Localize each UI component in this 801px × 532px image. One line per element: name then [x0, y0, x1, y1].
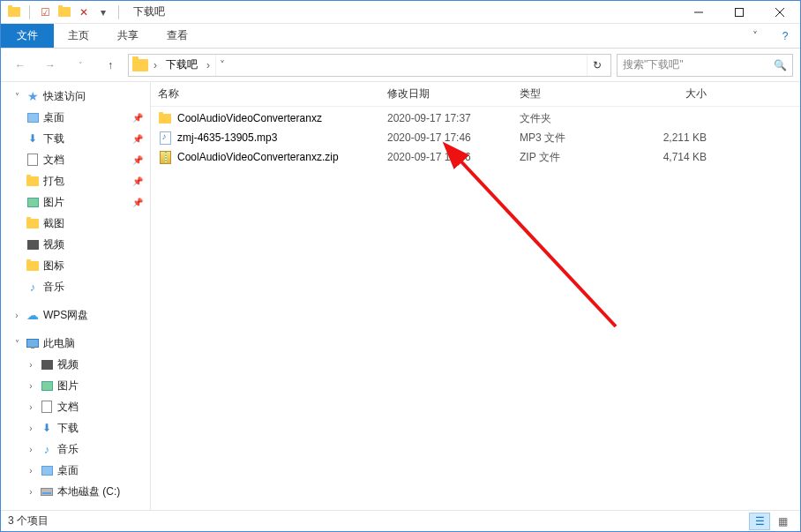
chevron-right-icon[interactable]: ›	[26, 423, 36, 433]
search-placeholder: 搜索"下载吧"	[623, 57, 684, 72]
qat-dropdown-icon[interactable]: ▾	[95, 4, 111, 20]
file-row[interactable]: CoolAudioVideoConverteranxz 2020-09-17 1…	[151, 109, 800, 128]
sidebar-item[interactable]: › ⬇ 下载	[1, 417, 150, 438]
chevron-right-icon[interactable]: ›	[150, 59, 161, 71]
back-button[interactable]: ←	[8, 53, 33, 78]
sidebar-item[interactable]: 图片 📌	[1, 191, 150, 213]
svg-rect-1	[736, 8, 744, 16]
column-name[interactable]: 名称	[158, 86, 387, 101]
chevron-right-icon[interactable]: ›	[26, 466, 36, 476]
down-icon: ⬇	[26, 131, 40, 146]
ribbon-collapse-icon[interactable]: ˅	[740, 24, 770, 48]
file-name: zmj-4635-13905.mp3	[177, 131, 387, 144]
mp3-icon	[158, 131, 172, 145]
help-icon[interactable]: ?	[770, 24, 800, 48]
annotation-arrow-icon	[439, 141, 633, 335]
column-size[interactable]: 大小	[625, 86, 722, 101]
new-folder-icon[interactable]	[56, 4, 72, 20]
pic-icon	[26, 195, 40, 209]
recent-locations-button[interactable]: ˅	[68, 53, 93, 78]
desktop-icon	[40, 463, 54, 477]
navigation-pane[interactable]: ˅ ★ 快速访问 桌面 📌⬇ 下载 📌 文档 📌 打包 📌 图片 📌 截图 视频…	[1, 82, 151, 510]
chevron-down-icon[interactable]: ˅	[11, 339, 22, 348]
file-tab[interactable]: 文件	[1, 24, 54, 48]
sidebar-item-label: 音乐	[57, 442, 79, 457]
chevron-down-icon[interactable]: ˅	[11, 92, 22, 101]
file-name: CoolAudioVideoConverteranxz	[177, 112, 387, 124]
sidebar-wps[interactable]: › ☁ WPS网盘	[1, 304, 150, 326]
sidebar-item[interactable]: 桌面 📌	[1, 107, 150, 128]
sidebar-quick-access[interactable]: ˅ ★ 快速访问	[1, 86, 150, 107]
forward-button[interactable]: →	[38, 53, 63, 78]
monitor-icon	[26, 336, 40, 350]
sidebar-item[interactable]: ⬇ 下载 📌	[1, 128, 150, 149]
chevron-right-icon[interactable]: ›	[26, 402, 36, 412]
folder-icon	[132, 59, 148, 71]
file-size: 2,211 KB	[625, 131, 722, 144]
down-icon: ⬇	[40, 421, 54, 435]
sidebar-item[interactable]: ♪ 音乐	[1, 276, 150, 297]
tab-share[interactable]: 共享	[103, 24, 153, 48]
column-headers[interactable]: 名称 修改日期 类型 大小	[151, 82, 800, 107]
sidebar-item[interactable]: › 视频	[1, 354, 150, 375]
search-icon[interactable]: 🔍	[774, 59, 787, 71]
pin-icon: 📌	[132, 134, 143, 144]
tab-view[interactable]: 查看	[153, 24, 202, 48]
folder-icon	[26, 174, 40, 188]
sidebar-item[interactable]: › ♪ 音乐	[1, 438, 150, 460]
file-rows: CoolAudioVideoConverteranxz 2020-09-17 1…	[151, 107, 800, 510]
sidebar-item[interactable]: › 桌面	[1, 460, 150, 481]
title-bar: ☑ ✕ ▾ 下载吧	[1, 1, 800, 24]
folder-icon	[26, 216, 40, 230]
search-input[interactable]: 搜索"下载吧" 🔍	[617, 54, 793, 77]
address-bar[interactable]: › 下载吧 › ˅ ↻	[128, 54, 611, 77]
column-type[interactable]: 类型	[520, 86, 625, 101]
delete-icon[interactable]: ✕	[76, 4, 92, 20]
thumbnails-view-button[interactable]: ▦	[772, 513, 793, 530]
details-view-button[interactable]: ☰	[749, 513, 770, 530]
breadcrumb-segment[interactable]: 下载吧	[162, 57, 201, 72]
sidebar-item[interactable]: › 图片	[1, 375, 150, 396]
sidebar-item-label: 桌面	[57, 463, 79, 478]
sidebar-item[interactable]: 文档 📌	[1, 149, 150, 170]
star-icon: ★	[26, 89, 40, 103]
sidebar-item-label: 下载	[57, 421, 79, 436]
chevron-right-icon[interactable]: ›	[203, 59, 213, 71]
sidebar-this-pc[interactable]: ˅ 此电脑	[1, 333, 150, 354]
sidebar-item-label: 本地磁盘 (C:)	[57, 484, 120, 499]
sidebar-item-label: 下载	[43, 131, 64, 146]
chevron-right-icon[interactable]: ›	[11, 311, 22, 320]
pin-icon: 📌	[132, 198, 143, 207]
up-button[interactable]: ↑	[98, 53, 123, 78]
sidebar-item[interactable]: 打包 📌	[1, 170, 150, 191]
sidebar-item[interactable]: 截图	[1, 213, 150, 234]
item-count-label: 3 个项目	[8, 513, 49, 528]
minimize-button[interactable]	[678, 1, 719, 24]
sidebar-item[interactable]: 视频	[1, 234, 150, 255]
pin-icon: 📌	[132, 113, 143, 123]
file-name: CoolAudioVideoConverteranxz.zip	[177, 151, 387, 163]
sidebar-item[interactable]: › 文档	[1, 396, 150, 417]
sidebar-item[interactable]: 图标	[1, 255, 150, 276]
file-row[interactable]: CoolAudioVideoConverteranxz.zip 2020-09-…	[151, 147, 800, 167]
address-history-icon[interactable]: ˅	[215, 55, 228, 76]
disk-icon	[40, 484, 54, 498]
chevron-right-icon[interactable]: ›	[26, 445, 36, 454]
file-list-pane: 名称 修改日期 类型 大小 CoolAudioVideoConverteranx…	[151, 82, 800, 510]
sidebar-item-label: 视频	[57, 357, 79, 372]
video-icon	[26, 237, 40, 251]
chevron-right-icon[interactable]: ›	[26, 487, 36, 497]
music-icon: ♪	[40, 442, 54, 456]
maximize-button[interactable]	[719, 1, 760, 24]
file-date: 2020-09-17 17:37	[387, 112, 520, 124]
chevron-right-icon[interactable]: ›	[26, 360, 36, 370]
properties-icon[interactable]: ☑	[37, 4, 53, 20]
column-date[interactable]: 修改日期	[387, 86, 520, 101]
chevron-right-icon[interactable]: ›	[26, 381, 36, 391]
file-row[interactable]: zmj-4635-13905.mp3 2020-09-17 17:46 MP3 …	[151, 128, 800, 147]
zip-icon	[158, 150, 172, 164]
close-button[interactable]	[760, 1, 800, 24]
tab-home[interactable]: 主页	[54, 24, 103, 48]
sidebar-item[interactable]: › 本地磁盘 (C:)	[1, 481, 150, 502]
refresh-button[interactable]: ↻	[587, 55, 607, 76]
